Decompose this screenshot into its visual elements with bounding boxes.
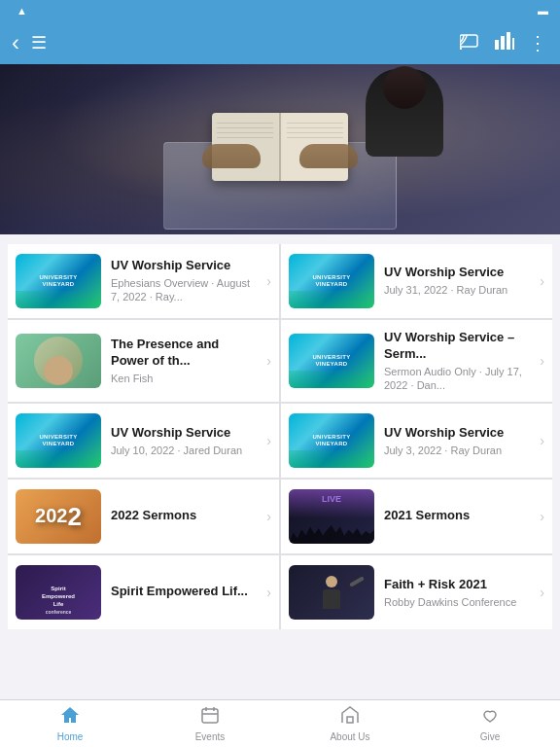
analytics-icon[interactable] — [495, 32, 514, 53]
item-subtitle: Sermon Audio Only · July 17, 2022 · Dan.… — [384, 365, 530, 393]
nav-bar: ‹ ☰ ⋮ — [0, 21, 560, 64]
nav-left: ‹ ☰ — [12, 29, 47, 56]
item-info: Faith + Risk 2021 Robby Dawkins Conferen… — [384, 577, 530, 609]
back-button[interactable]: ‹ — [12, 29, 19, 56]
more-button[interactable]: ⋮ — [528, 31, 548, 54]
give-tab-label: Give — [480, 731, 501, 742]
battery-icon: ▬ — [538, 5, 548, 17]
item-subtitle: July 3, 2022 · Ray Duran — [384, 444, 530, 457]
list-item[interactable]: UNIVERSITYVINEYARD UV Worship Service Ju… — [8, 404, 279, 478]
svg-rect-5 — [512, 38, 514, 50]
wifi-icon: ▲ — [17, 5, 27, 17]
item-info: Spirit Empowered Lif... — [111, 584, 257, 602]
about-tab-label: About Us — [330, 731, 369, 742]
list-item[interactable]: Faith + Risk 2021 Robby Dawkins Conferen… — [281, 555, 552, 629]
sermon-grid: UNIVERSITYVINEYARD UV Worship Service Ep… — [8, 244, 552, 629]
item-info: UV Worship Service – Serm... Sermon Audi… — [384, 330, 530, 392]
tab-about[interactable]: About Us — [280, 700, 420, 747]
hero-image — [0, 64, 560, 234]
svg-rect-4 — [507, 32, 510, 50]
give-tab-icon — [479, 705, 501, 729]
item-info: UV Worship Service July 31, 2022 · Ray D… — [384, 265, 530, 297]
tab-bar: Home Events About Us Give — [0, 699, 560, 747]
item-title: UV Worship Service — [384, 425, 530, 442]
item-info: UV Worship Service July 10, 2022 · Jared… — [111, 425, 257, 457]
chevron-right-icon: › — [540, 353, 544, 369]
chevron-right-icon: › — [266, 585, 271, 600]
item-subtitle: Robby Dawkins Conference — [384, 595, 530, 609]
item-info: 2021 Sermons — [384, 508, 530, 526]
list-item[interactable]: UNIVERSITYVINEYARD UV Worship Service – … — [281, 320, 552, 402]
svg-rect-0 — [460, 35, 477, 47]
item-title: UV Worship Service – Serm... — [384, 330, 530, 363]
list-item[interactable]: 2022 2022 Sermons › — [8, 480, 279, 553]
list-item[interactable]: UNIVERSITYVINEYARD UV Worship Service Ep… — [8, 244, 279, 318]
tab-give[interactable]: Give — [420, 700, 560, 747]
chevron-right-icon: › — [266, 433, 271, 448]
tab-home[interactable]: Home — [0, 700, 140, 747]
nav-right: ⋮ — [460, 31, 548, 54]
item-subtitle: Ephesians Overview · August 7, 2022 · Ra… — [111, 276, 257, 304]
item-title: 2021 Sermons — [384, 508, 530, 524]
list-item[interactable]: The Presence and Power of th... Ken Fish… — [8, 320, 279, 402]
chevron-right-icon: › — [540, 433, 544, 448]
item-subtitle: July 31, 2022 · Ray Duran — [384, 283, 530, 297]
chevron-right-icon: › — [266, 353, 271, 369]
status-left: ▲ — [12, 5, 27, 17]
events-tab-label: Events — [195, 731, 226, 742]
svg-rect-2 — [495, 40, 499, 50]
svg-rect-7 — [347, 717, 353, 723]
item-title: The Presence and Power of th... — [111, 337, 257, 370]
events-tab-icon — [200, 705, 220, 729]
status-bar: ▲ ▬ — [0, 0, 560, 21]
svg-rect-6 — [202, 709, 218, 723]
list-item[interactable]: UNIVERSITYVINEYARD UV Worship Service Ju… — [281, 244, 552, 318]
about-tab-icon — [339, 705, 361, 729]
item-title: UV Worship Service — [111, 258, 257, 274]
item-title: UV Worship Service — [111, 425, 257, 442]
status-right: ▬ — [538, 5, 548, 17]
item-title: Faith + Risk 2021 — [384, 577, 530, 593]
svg-rect-3 — [501, 36, 505, 50]
item-title: Spirit Empowered Lif... — [111, 584, 257, 600]
list-item[interactable]: LIVE 2021 Sermons › — [281, 480, 552, 553]
item-info: The Presence and Power of th... Ken Fish — [111, 337, 257, 385]
item-subtitle: July 10, 2022 · Jared Duran — [111, 444, 257, 457]
chevron-right-icon: › — [266, 509, 271, 524]
chevron-right-icon: › — [540, 585, 544, 600]
home-tab-label: Home — [57, 731, 84, 742]
item-title: UV Worship Service — [384, 265, 530, 281]
cast-icon[interactable] — [460, 32, 481, 53]
list-item[interactable]: UNIVERSITYVINEYARD UV Worship Service Ju… — [281, 404, 552, 478]
menu-button[interactable]: ☰ — [31, 32, 47, 53]
chevron-right-icon: › — [266, 273, 271, 289]
item-title: 2022 Sermons — [111, 508, 257, 524]
home-tab-icon — [59, 705, 81, 729]
sermon-list: UNIVERSITYVINEYARD UV Worship Service Ep… — [0, 234, 560, 699]
tab-events[interactable]: Events — [140, 700, 280, 747]
chevron-right-icon: › — [540, 273, 544, 289]
item-subtitle: Ken Fish — [111, 372, 257, 385]
list-item[interactable]: SpiritEmpoweredLifeconference Spirit Emp… — [8, 555, 279, 629]
item-info: 2022 Sermons — [111, 508, 257, 526]
item-info: UV Worship Service July 3, 2022 · Ray Du… — [384, 425, 530, 457]
chevron-right-icon: › — [540, 509, 544, 524]
item-info: UV Worship Service Ephesians Overview · … — [111, 258, 257, 303]
